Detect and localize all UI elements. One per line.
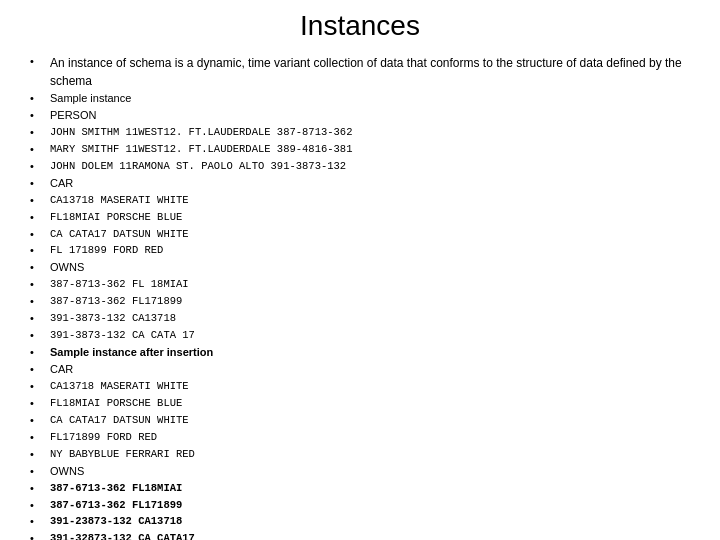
list-item: •FL18MIAI PORSCHE BLUE — [30, 210, 690, 226]
list-item: •CA CATA17 DATSUN WHITE — [30, 413, 690, 429]
list-item: •CA13718 MASERATI WHITE — [30, 379, 690, 395]
bullet-icon: • — [30, 481, 46, 497]
list-item: •391-23873-132 CA13718 — [30, 514, 690, 530]
bullet-icon: • — [30, 193, 46, 209]
list-item-text: FL18MIAI PORSCHE BLUE — [50, 396, 182, 411]
list-item-text: 387-6713-362 FL18MIAI — [50, 481, 182, 496]
list-item-text: An instance of schema is a dynamic, time… — [50, 54, 690, 90]
list-item-text: OWNS — [50, 260, 84, 276]
list-item-text: CA CATA17 DATSUN WHITE — [50, 413, 189, 428]
bullet-icon: • — [30, 91, 46, 107]
list-item: •MARY SMITHF 11WEST12. FT.LAUDERDALE 389… — [30, 142, 690, 158]
list-item: •CA CATA17 DATSUN WHITE — [30, 227, 690, 243]
bullet-icon: • — [30, 227, 46, 243]
bullet-icon: • — [30, 514, 46, 530]
list-item: •OWNS — [30, 464, 690, 480]
bullet-icon: • — [30, 142, 46, 158]
bullet-icon: • — [30, 413, 46, 429]
list-item-text: CA CATA17 DATSUN WHITE — [50, 227, 189, 242]
list-item-text: 391-23873-132 CA13718 — [50, 514, 182, 529]
list-item: •OWNS — [30, 260, 690, 276]
bullet-icon: • — [30, 396, 46, 412]
page-title: Instances — [30, 10, 690, 42]
list-item-text: Sample instance after insertion — [50, 345, 213, 361]
bullet-icon: • — [30, 294, 46, 310]
list-item: •Sample instance after insertion — [30, 345, 690, 361]
bullet-icon: • — [30, 498, 46, 514]
list-item: •An instance of schema is a dynamic, tim… — [30, 54, 690, 90]
bullet-icon: • — [30, 210, 46, 226]
bullet-icon: • — [30, 328, 46, 344]
list-item-text: FL171899 FORD RED — [50, 430, 157, 445]
list-item: •387-8713-362 FL171899 — [30, 294, 690, 310]
list-item: •FL171899 FORD RED — [30, 430, 690, 446]
list-item-text: FL18MIAI PORSCHE BLUE — [50, 210, 182, 225]
bullet-icon: • — [30, 447, 46, 463]
bullet-icon: • — [30, 430, 46, 446]
bullet-icon: • — [30, 243, 46, 259]
bullet-icon: • — [30, 277, 46, 293]
list-item: •387-6713-362 FL171899 — [30, 498, 690, 514]
page: Instances •An instance of schema is a dy… — [0, 0, 720, 540]
list-item-text: CAR — [50, 362, 73, 378]
bullet-icon: • — [30, 108, 46, 124]
list-item-text: 387-8713-362 FL 18MIAI — [50, 277, 189, 292]
bullet-icon: • — [30, 159, 46, 175]
list-item: •387-6713-362 FL18MIAI — [30, 481, 690, 497]
bullet-icon: • — [30, 260, 46, 276]
list-item-text: CA13718 MASERATI WHITE — [50, 193, 189, 208]
bullet-icon: • — [30, 464, 46, 480]
list-item: •JOHN DOLEM 11RAMONA ST. PAOLO ALTO 391-… — [30, 159, 690, 175]
bullet-icon: • — [30, 531, 46, 540]
list-item: •PERSON — [30, 108, 690, 124]
bullet-icon: • — [30, 345, 46, 361]
list-item-text: PERSON — [50, 108, 96, 124]
content-list: •An instance of schema is a dynamic, tim… — [30, 54, 690, 540]
bullet-icon: • — [30, 125, 46, 141]
list-item-text: MARY SMITHF 11WEST12. FT.LAUDERDALE 389-… — [50, 142, 352, 157]
list-item-text: 391-3873-132 CA CATA 17 — [50, 328, 195, 343]
bullet-icon: • — [30, 176, 46, 192]
list-item: •CAR — [30, 176, 690, 192]
bullet-icon: • — [30, 362, 46, 378]
bullet-icon: • — [30, 311, 46, 327]
list-item-text: Sample instance — [50, 91, 131, 107]
list-item: •FL 171899 FORD RED — [30, 243, 690, 259]
list-item: •391-32873-132 CA CATA17 — [30, 531, 690, 540]
list-item-text: FL 171899 FORD RED — [50, 243, 163, 258]
list-item: •JOHN SMITHM 11WEST12. FT.LAUDERDALE 387… — [30, 125, 690, 141]
list-item: •CAR — [30, 362, 690, 378]
list-item-text: NY BABYBLUE FERRARI RED — [50, 447, 195, 462]
list-item-text: 387-8713-362 FL171899 — [50, 294, 182, 309]
bullet-icon: • — [30, 54, 46, 70]
list-item: •Sample instance — [30, 91, 690, 107]
list-item-text: 391-32873-132 CA CATA17 — [50, 531, 195, 540]
list-item-text: CAR — [50, 176, 73, 192]
list-item: •391-3873-132 CA13718 — [30, 311, 690, 327]
list-item-text: JOHN DOLEM 11RAMONA ST. PAOLO ALTO 391-3… — [50, 159, 346, 174]
list-item-text: CA13718 MASERATI WHITE — [50, 379, 189, 394]
bullet-icon: • — [30, 379, 46, 395]
list-item: •FL18MIAI PORSCHE BLUE — [30, 396, 690, 412]
list-item: •NY BABYBLUE FERRARI RED — [30, 447, 690, 463]
list-item: •387-8713-362 FL 18MIAI — [30, 277, 690, 293]
list-item-text: JOHN SMITHM 11WEST12. FT.LAUDERDALE 387-… — [50, 125, 352, 140]
list-item-text: 387-6713-362 FL171899 — [50, 498, 182, 513]
list-item: •391-3873-132 CA CATA 17 — [30, 328, 690, 344]
list-item-text: OWNS — [50, 464, 84, 480]
list-item-text: 391-3873-132 CA13718 — [50, 311, 176, 326]
list-item: •CA13718 MASERATI WHITE — [30, 193, 690, 209]
